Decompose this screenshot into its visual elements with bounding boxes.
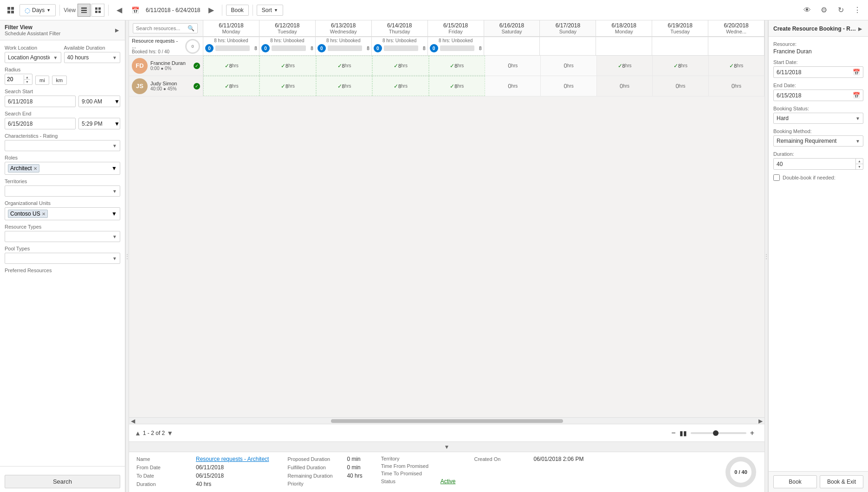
grid-view-btn[interactable]: [91, 4, 104, 17]
rp-start-date-wrap[interactable]: 📅: [773, 66, 863, 78]
scrollbar-thumb[interactable]: [331, 419, 563, 423]
resource-types-select[interactable]: [5, 231, 120, 242]
resource-cell[interactable]: ✓8hrs: [316, 56, 372, 76]
resource-cell: 0hrs: [541, 56, 596, 76]
rp-end-date-input[interactable]: [774, 90, 850, 101]
resource-types-select-wrap[interactable]: ▼: [5, 231, 120, 242]
characteristics-select[interactable]: [5, 141, 120, 151]
work-location-select-wrap[interactable]: Location Agnostic ▼: [5, 52, 61, 63]
expand-collapse-row[interactable]: ▼: [129, 441, 764, 452]
search-start-time-select[interactable]: 9:00 AM: [79, 96, 114, 107]
search-end-time-wrap[interactable]: 5:29 PM ▼: [78, 118, 120, 129]
work-location-select[interactable]: Location Agnostic: [5, 52, 61, 63]
scroll-left-arrow[interactable]: ◀: [131, 418, 135, 424]
details-icon-btn[interactable]: ⋮: [850, 3, 864, 17]
pagination-row: ▲ 1 - 2 of 2 ▼ − ▮▮ +: [129, 424, 764, 441]
detail-status-value[interactable]: Active: [440, 478, 456, 485]
rp-start-date-input[interactable]: [774, 67, 850, 77]
contoso-tag-close-btn[interactable]: ✕: [42, 211, 45, 217]
left-divider[interactable]: [125, 20, 129, 492]
search-resources-wrap[interactable]: 🔍: [133, 23, 198, 33]
resource-info[interactable]: JS Judy Simon 40:00 ● 45% ✓: [129, 76, 203, 96]
pagination-prev-btn[interactable]: ▲: [135, 429, 141, 437]
rp-start-date-cal-icon[interactable]: 📅: [850, 67, 863, 77]
territories-select[interactable]: [5, 186, 120, 196]
rp-booking-status-select[interactable]: Hard Soft: [774, 113, 863, 123]
rp-double-book-checkbox[interactable]: [773, 174, 780, 181]
pause-btn[interactable]: ▮▮: [680, 429, 687, 437]
org-units-tag-input[interactable]: Contoso US ✕ ▼: [5, 207, 120, 220]
search-button[interactable]: Search: [5, 475, 120, 488]
avail-badge: 0: [430, 44, 438, 52]
day-name: Friday: [429, 29, 483, 34]
rp-booking-method-select-wrap[interactable]: Remaining Requirement Full Requirement ▼: [773, 135, 863, 147]
resource-cell[interactable]: ✓8hrs: [203, 56, 259, 76]
resource-info[interactable]: FD Francine Duran 0:00 ● 0% ✓: [129, 56, 203, 76]
zoom-track[interactable]: [691, 432, 746, 434]
rp-book-btn[interactable]: Book: [773, 475, 817, 488]
resource-cell[interactable]: ✓8hrs: [429, 56, 485, 76]
rp-duration-input[interactable]: [774, 159, 855, 169]
radius-km-btn[interactable]: km: [52, 76, 67, 85]
zoom-in-btn[interactable]: +: [750, 429, 754, 437]
radius-down-btn[interactable]: ▼: [24, 80, 30, 84]
rp-duration-up-btn[interactable]: ▲: [856, 159, 863, 164]
available-duration-select[interactable]: 40 hours: [65, 52, 120, 63]
days-dropdown-btn[interactable]: ◌ Days ▼: [19, 4, 56, 16]
radius-up-btn[interactable]: ▲: [24, 75, 30, 80]
roles-tag-input[interactable]: Architect ✕ ▼: [5, 162, 120, 175]
prev-date-btn[interactable]: ◀: [112, 3, 126, 17]
refresh-icon-btn[interactable]: ↻: [834, 3, 848, 17]
book-btn[interactable]: Book: [226, 5, 249, 16]
settings-icon-btn[interactable]: ⚙: [817, 3, 831, 17]
territories-select-wrap[interactable]: ▼: [5, 185, 120, 197]
search-end-date-wrap[interactable]: 📅: [5, 118, 76, 129]
schedule-scrollbar[interactable]: ◀ ▶: [129, 417, 764, 424]
rp-end-date-wrap[interactable]: 📅: [773, 89, 863, 101]
resource-cell[interactable]: ✓8hrs: [259, 76, 316, 96]
rp-book-exit-btn[interactable]: Book & Exit: [820, 475, 863, 488]
pagination-next-btn[interactable]: ▼: [167, 429, 173, 437]
grid-icon-btn[interactable]: [4, 3, 18, 17]
rp-booking-method-select[interactable]: Remaining Requirement Full Requirement: [774, 136, 863, 146]
next-date-btn[interactable]: ▶: [204, 3, 218, 17]
resource-cell[interactable]: ✓8hrs: [372, 56, 428, 76]
pool-types-select-wrap[interactable]: ▼: [5, 253, 120, 264]
filter-collapse-btn[interactable]: ►: [114, 26, 120, 34]
zoom-out-btn[interactable]: −: [671, 429, 675, 437]
detail-name-value[interactable]: Resource requests - Architect: [196, 456, 269, 462]
zoom-thumb[interactable]: [713, 430, 719, 436]
resource-details: Francine Duran 0:00 ● 0%: [150, 60, 186, 71]
scroll-right-arrow[interactable]: ▶: [758, 418, 763, 424]
resource-cell[interactable]: ✓8hrs: [429, 76, 485, 96]
right-divider[interactable]: [764, 20, 768, 492]
rp-end-date-cal-icon[interactable]: 📅: [850, 90, 863, 101]
sort-btn[interactable]: Sort ▼: [257, 5, 283, 16]
search-resources-input[interactable]: [136, 26, 186, 31]
check-icon: ✓: [225, 63, 229, 69]
search-start-date-wrap[interactable]: 📅: [5, 96, 76, 107]
pool-types-select[interactable]: [5, 253, 120, 263]
search-start-time-wrap[interactable]: 9:00 AM ▼: [78, 96, 120, 107]
eye-icon-btn[interactable]: 👁: [800, 3, 814, 17]
search-end-time-select[interactable]: 5:29 PM: [79, 119, 114, 129]
resource-cell[interactable]: ✓8hrs: [372, 76, 428, 96]
search-start-date-input[interactable]: [5, 96, 76, 107]
radius-input[interactable]: [5, 74, 24, 84]
rp-booking-status-select-wrap[interactable]: Hard Soft ▼: [773, 113, 863, 124]
characteristics-select-wrap[interactable]: ▼: [5, 140, 120, 151]
rp-duration-down-btn[interactable]: ▼: [856, 164, 863, 169]
resource-cell[interactable]: ✓8hrs: [316, 76, 372, 96]
right-panel-expand-btn[interactable]: ►: [857, 25, 863, 32]
rp-duration-wrap[interactable]: ▲ ▼: [773, 158, 863, 170]
radius-mi-btn[interactable]: mi: [35, 76, 49, 85]
resource-cell[interactable]: ✓8hrs: [259, 56, 316, 76]
available-duration-select-wrap[interactable]: 40 hours ▼: [64, 52, 121, 63]
list-view-btn[interactable]: [78, 4, 91, 17]
rp-resource-field: Resource: Francine Duran: [773, 41, 863, 55]
search-end-date-input[interactable]: [5, 119, 76, 129]
architect-tag-close-btn[interactable]: ✕: [33, 166, 37, 171]
calendar-picker-btn[interactable]: 📅: [128, 3, 142, 17]
radius-input-wrap[interactable]: ▲ ▼: [5, 74, 32, 85]
resource-cell[interactable]: ✓8hrs: [203, 76, 259, 96]
